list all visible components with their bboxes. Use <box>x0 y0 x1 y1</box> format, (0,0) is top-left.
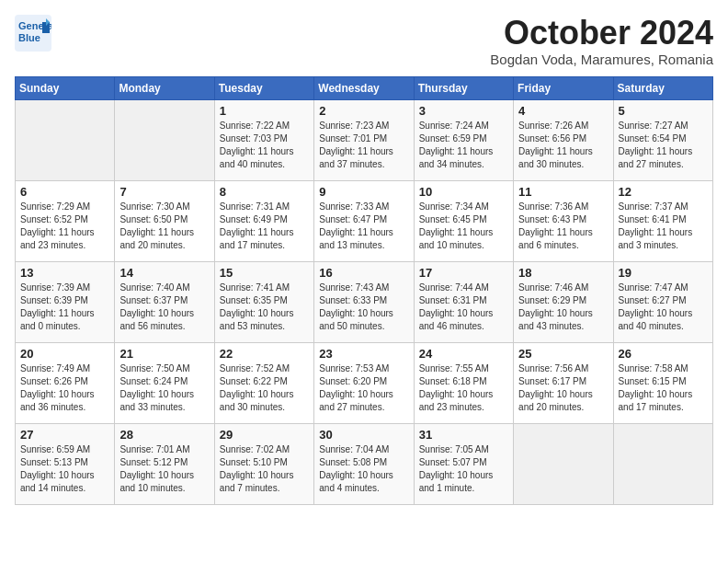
day-number: 1 <box>220 104 309 118</box>
day-number: 25 <box>518 347 608 361</box>
calendar-cell: 4Sunrise: 7:26 AM Sunset: 6:56 PM Daylig… <box>514 99 613 180</box>
calendar-cell: 14Sunrise: 7:40 AM Sunset: 6:37 PM Dayli… <box>115 261 214 342</box>
header-tuesday: Tuesday <box>214 76 313 99</box>
header-wednesday: Wednesday <box>314 76 414 99</box>
day-info: Sunrise: 7:05 AM Sunset: 5:07 PM Dayligh… <box>419 443 508 495</box>
logo-icon: General Blue <box>15 15 51 52</box>
day-info: Sunrise: 7:50 AM Sunset: 6:24 PM Dayligh… <box>119 362 209 414</box>
calendar-cell: 24Sunrise: 7:55 AM Sunset: 6:18 PM Dayli… <box>414 342 513 423</box>
day-info: Sunrise: 7:58 AM Sunset: 6:15 PM Dayligh… <box>619 362 708 414</box>
day-number: 5 <box>619 104 708 118</box>
calendar-cell: 3Sunrise: 7:24 AM Sunset: 6:59 PM Daylig… <box>414 99 513 180</box>
calendar-cell: 27Sunrise: 6:59 AM Sunset: 5:13 PM Dayli… <box>16 423 115 504</box>
header-monday: Monday <box>115 76 214 99</box>
week-row-5: 27Sunrise: 6:59 AM Sunset: 5:13 PM Dayli… <box>16 423 713 504</box>
calendar-header: SundayMondayTuesdayWednesdayThursdayFrid… <box>16 76 713 99</box>
calendar-cell: 15Sunrise: 7:41 AM Sunset: 6:35 PM Dayli… <box>214 261 313 342</box>
calendar-cell: 8Sunrise: 7:31 AM Sunset: 6:49 PM Daylig… <box>214 180 313 261</box>
calendar-cell <box>613 423 712 504</box>
calendar-cell: 7Sunrise: 7:30 AM Sunset: 6:50 PM Daylig… <box>115 180 214 261</box>
calendar-table: SundayMondayTuesdayWednesdayThursdayFrid… <box>15 76 713 505</box>
day-info: Sunrise: 7:52 AM Sunset: 6:22 PM Dayligh… <box>220 362 309 414</box>
calendar-cell: 9Sunrise: 7:33 AM Sunset: 6:47 PM Daylig… <box>314 180 414 261</box>
day-number: 19 <box>619 266 708 280</box>
day-number: 26 <box>619 347 708 361</box>
calendar-body: 1Sunrise: 7:22 AM Sunset: 7:03 PM Daylig… <box>16 99 713 504</box>
week-row-4: 20Sunrise: 7:49 AM Sunset: 6:26 PM Dayli… <box>16 342 713 423</box>
calendar-cell: 22Sunrise: 7:52 AM Sunset: 6:22 PM Dayli… <box>214 342 313 423</box>
day-info: Sunrise: 7:44 AM Sunset: 6:31 PM Dayligh… <box>419 282 508 333</box>
day-info: Sunrise: 7:23 AM Sunset: 7:01 PM Dayligh… <box>319 120 408 171</box>
day-number: 18 <box>518 266 608 280</box>
header-thursday: Thursday <box>414 76 513 99</box>
week-row-3: 13Sunrise: 7:39 AM Sunset: 6:39 PM Dayli… <box>16 261 713 342</box>
calendar-cell: 30Sunrise: 7:04 AM Sunset: 5:08 PM Dayli… <box>314 423 414 504</box>
day-number: 3 <box>419 104 508 118</box>
calendar-cell: 12Sunrise: 7:37 AM Sunset: 6:41 PM Dayli… <box>613 180 712 261</box>
day-number: 10 <box>419 185 508 199</box>
day-number: 28 <box>119 428 209 442</box>
day-info: Sunrise: 7:53 AM Sunset: 6:20 PM Dayligh… <box>319 362 408 414</box>
day-info: Sunrise: 7:40 AM Sunset: 6:37 PM Dayligh… <box>119 282 209 333</box>
day-number: 6 <box>20 185 109 199</box>
day-number: 15 <box>220 266 309 280</box>
header-saturday: Saturday <box>613 76 712 99</box>
day-info: Sunrise: 7:36 AM Sunset: 6:43 PM Dayligh… <box>518 201 608 252</box>
day-info: Sunrise: 7:43 AM Sunset: 6:33 PM Dayligh… <box>319 282 408 333</box>
day-info: Sunrise: 7:04 AM Sunset: 5:08 PM Dayligh… <box>319 443 408 495</box>
title-area: October 2024 Bogdan Voda, Maramures, Rom… <box>490 15 713 67</box>
day-number: 9 <box>319 185 408 199</box>
day-number: 23 <box>319 347 408 361</box>
day-info: Sunrise: 7:24 AM Sunset: 6:59 PM Dayligh… <box>419 120 508 171</box>
calendar-cell: 31Sunrise: 7:05 AM Sunset: 5:07 PM Dayli… <box>414 423 513 504</box>
day-info: Sunrise: 7:37 AM Sunset: 6:41 PM Dayligh… <box>619 201 708 252</box>
month-title: October 2024 <box>490 15 713 52</box>
page-header: General Blue October 2024 Bogdan Voda, M… <box>15 15 713 67</box>
calendar-cell: 19Sunrise: 7:47 AM Sunset: 6:27 PM Dayli… <box>613 261 712 342</box>
day-number: 16 <box>319 266 408 280</box>
day-number: 17 <box>419 266 508 280</box>
day-number: 24 <box>419 347 508 361</box>
calendar-cell: 1Sunrise: 7:22 AM Sunset: 7:03 PM Daylig… <box>214 99 313 180</box>
header-sunday: Sunday <box>16 76 115 99</box>
day-number: 7 <box>119 185 209 199</box>
calendar-cell: 18Sunrise: 7:46 AM Sunset: 6:29 PM Dayli… <box>514 261 613 342</box>
calendar-cell: 13Sunrise: 7:39 AM Sunset: 6:39 PM Dayli… <box>16 261 115 342</box>
calendar-cell: 2Sunrise: 7:23 AM Sunset: 7:01 PM Daylig… <box>314 99 414 180</box>
day-info: Sunrise: 7:41 AM Sunset: 6:35 PM Dayligh… <box>220 282 309 333</box>
location: Bogdan Voda, Maramures, Romania <box>490 52 713 67</box>
day-number: 12 <box>619 185 708 199</box>
day-number: 22 <box>220 347 309 361</box>
day-number: 20 <box>20 347 109 361</box>
calendar-cell: 11Sunrise: 7:36 AM Sunset: 6:43 PM Dayli… <box>514 180 613 261</box>
calendar-cell: 6Sunrise: 7:29 AM Sunset: 6:52 PM Daylig… <box>16 180 115 261</box>
calendar-cell: 10Sunrise: 7:34 AM Sunset: 6:45 PM Dayli… <box>414 180 513 261</box>
day-info: Sunrise: 7:27 AM Sunset: 6:54 PM Dayligh… <box>619 120 708 171</box>
calendar-cell: 17Sunrise: 7:44 AM Sunset: 6:31 PM Dayli… <box>414 261 513 342</box>
calendar-cell: 26Sunrise: 7:58 AM Sunset: 6:15 PM Dayli… <box>613 342 712 423</box>
day-info: Sunrise: 7:02 AM Sunset: 5:10 PM Dayligh… <box>220 443 309 495</box>
calendar-cell: 16Sunrise: 7:43 AM Sunset: 6:33 PM Dayli… <box>314 261 414 342</box>
day-number: 14 <box>119 266 209 280</box>
calendar-cell: 21Sunrise: 7:50 AM Sunset: 6:24 PM Dayli… <box>115 342 214 423</box>
calendar-cell: 25Sunrise: 7:56 AM Sunset: 6:17 PM Dayli… <box>514 342 613 423</box>
day-info: Sunrise: 7:46 AM Sunset: 6:29 PM Dayligh… <box>518 282 608 333</box>
day-number: 11 <box>518 185 608 199</box>
day-info: Sunrise: 7:30 AM Sunset: 6:50 PM Dayligh… <box>119 201 209 252</box>
day-info: Sunrise: 7:33 AM Sunset: 6:47 PM Dayligh… <box>319 201 408 252</box>
day-number: 27 <box>20 428 109 442</box>
day-info: Sunrise: 7:49 AM Sunset: 6:26 PM Dayligh… <box>20 362 109 414</box>
day-info: Sunrise: 7:31 AM Sunset: 6:49 PM Dayligh… <box>220 201 309 252</box>
calendar-cell: 20Sunrise: 7:49 AM Sunset: 6:26 PM Dayli… <box>16 342 115 423</box>
day-info: Sunrise: 7:01 AM Sunset: 5:12 PM Dayligh… <box>119 443 209 495</box>
day-number: 31 <box>419 428 508 442</box>
day-number: 8 <box>220 185 309 199</box>
day-number: 13 <box>20 266 109 280</box>
day-number: 29 <box>220 428 309 442</box>
day-info: Sunrise: 6:59 AM Sunset: 5:13 PM Dayligh… <box>20 443 109 495</box>
day-info: Sunrise: 7:47 AM Sunset: 6:27 PM Dayligh… <box>619 282 708 333</box>
header-friday: Friday <box>514 76 613 99</box>
day-info: Sunrise: 7:29 AM Sunset: 6:52 PM Dayligh… <box>20 201 109 252</box>
logo: General Blue <box>15 15 51 52</box>
day-number: 2 <box>319 104 408 118</box>
